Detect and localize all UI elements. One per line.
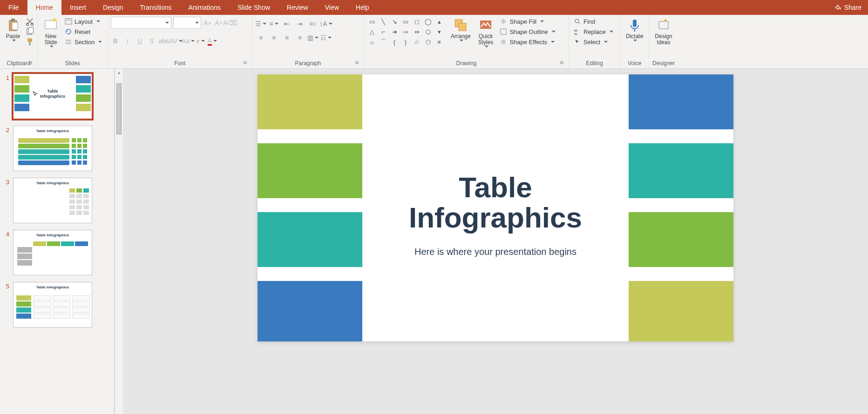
thumbnail-slide-4[interactable]: Table Infographics [13, 230, 92, 275]
smartart-button[interactable]: ☷ [320, 33, 332, 43]
shape-sun[interactable]: ☼ [367, 37, 377, 47]
gallery-up[interactable]: ▴ [434, 17, 444, 26]
shape-rounded[interactable]: ◻ [412, 17, 422, 26]
tab-insert[interactable]: Insert [61, 0, 95, 15]
shape-rect[interactable]: ▭ [400, 17, 411, 26]
shape-outline-button[interactable]: Shape Outline [498, 27, 558, 36]
shape-callout[interactable]: ⬠ [423, 37, 433, 47]
shape-arrow-right[interactable]: ➜ [389, 27, 400, 36]
tab-transitions[interactable]: Transitions [132, 0, 180, 15]
align-right-button[interactable]: ≡ [281, 33, 292, 43]
font-name-select[interactable] [111, 17, 171, 29]
tab-file[interactable]: File [0, 0, 27, 15]
underline-button[interactable]: U [135, 36, 144, 46]
char-spacing-button[interactable]: AV [171, 36, 181, 46]
shape-triangle[interactable]: △ [367, 27, 377, 36]
quick-styles-button[interactable]: Quick Styles [475, 17, 496, 48]
text-direction-button[interactable]: ↕A [320, 19, 332, 29]
thumbnails-scrollbar[interactable]: ▴ [115, 69, 123, 414]
italic-button[interactable]: I [123, 36, 132, 46]
tab-animations[interactable]: Animations [180, 0, 229, 15]
shape-arrow-line[interactable]: ↘ [389, 17, 400, 26]
gallery-down[interactable]: ▾ [434, 27, 444, 36]
drawing-dialog-launcher[interactable]: ⧉ [558, 60, 565, 67]
change-case-button[interactable]: Aa [183, 36, 193, 46]
bold-button[interactable]: B [111, 36, 120, 46]
shapes-gallery[interactable]: ▭ ╲ ↘ ▭ ◻ ◯ ▴ △ ⌐ ➜ ⇨ ⇔ ⬡ ▾ ☼ ⌒ { } ☆ ⬠ [367, 17, 446, 47]
clear-formatting-button[interactable]: A⌫ [225, 18, 235, 27]
share-icon [834, 4, 841, 11]
svg-rect-18 [480, 20, 491, 29]
cut-button[interactable] [25, 17, 34, 26]
find-button[interactable]: Find [572, 17, 615, 26]
design-ideas-button[interactable]: Design Ideas [652, 17, 675, 47]
replace-button[interactable]: abacReplace [572, 27, 615, 36]
thumbnail-slide-1[interactable]: Table Infographics [13, 73, 92, 119]
columns-button[interactable]: ▥ [307, 33, 319, 43]
shape-line[interactable]: ╲ [378, 17, 388, 26]
outline-icon [500, 28, 507, 35]
increase-indent-button[interactable]: ⇥ [294, 19, 305, 29]
layout-button[interactable]: Layout [63, 17, 105, 26]
dictate-button[interactable]: Dictate [623, 17, 646, 42]
shape-textbox[interactable]: ▭ [367, 17, 377, 26]
shape-hexagon[interactable]: ⬡ [423, 27, 433, 36]
scrollbar-thumb[interactable] [116, 83, 122, 134]
tab-slideshow[interactable]: Slide Show [229, 0, 278, 15]
shape-arrow-double[interactable]: ⇔ [412, 27, 422, 36]
share-button[interactable]: Share [827, 0, 868, 15]
decrease-font-button[interactable]: A▼ [214, 18, 224, 27]
slide-canvas-area[interactable]: Table Infographics Here is where your pr… [123, 69, 868, 414]
arrange-button[interactable]: Arrange [448, 17, 474, 42]
slide-title[interactable]: Table Infographics [409, 172, 582, 233]
thumbnail-slide-2[interactable]: Table Infographics [13, 126, 92, 171]
slide-thumbnails-pane[interactable]: 1 Table Infographics 2 Table Infographic… [0, 69, 115, 414]
scrollbar-up[interactable]: ▴ [115, 69, 123, 75]
font-size-select[interactable] [173, 17, 201, 29]
copy-button[interactable] [25, 27, 34, 36]
cursor-icon [32, 91, 39, 97]
shape-brace-l[interactable]: { [389, 37, 400, 47]
shape-connector[interactable]: ⌐ [378, 27, 388, 36]
strike-button[interactable]: abc [159, 36, 169, 46]
shape-brace-r[interactable]: } [400, 37, 411, 47]
tab-help[interactable]: Help [347, 0, 378, 15]
highlight-button[interactable] [196, 36, 205, 46]
svg-point-21 [575, 19, 579, 23]
decrease-indent-button[interactable]: ⇤ [281, 19, 292, 29]
shape-fill-button[interactable]: Shape Fill [498, 17, 558, 26]
bullets-button[interactable]: ☰ [255, 19, 266, 29]
svg-text:ac: ac [574, 32, 578, 35]
shape-arrow-block[interactable]: ⇨ [400, 27, 411, 36]
shape-oval[interactable]: ◯ [423, 17, 433, 26]
numbering-button[interactable]: ≡ [268, 19, 279, 29]
thumbnail-slide-3[interactable]: Table Infographics [13, 178, 92, 223]
select-button[interactable]: Select [572, 37, 615, 47]
paragraph-dialog-launcher[interactable]: ⧉ [353, 60, 360, 67]
increase-font-button[interactable]: A▲ [203, 18, 212, 27]
thumbnail-slide-5[interactable]: Table Infographics [13, 282, 92, 327]
line-spacing-button[interactable]: ≡↕ [307, 19, 319, 29]
align-center-button[interactable]: ≡ [268, 33, 279, 43]
slide-subtitle[interactable]: Here is where your presentation begins [414, 247, 576, 257]
new-slide-button[interactable]: New Slide [41, 17, 61, 48]
align-left-button[interactable]: ≡ [255, 33, 266, 43]
format-painter-button[interactable] [25, 37, 34, 47]
shape-effects-button[interactable]: Shape Effects [498, 37, 558, 47]
tab-home[interactable]: Home [27, 0, 61, 15]
tab-review[interactable]: Review [278, 0, 317, 15]
font-dialog-launcher[interactable]: ⧉ [242, 60, 248, 67]
clipboard-dialog-launcher[interactable]: ⧉ [27, 60, 34, 67]
gallery-more[interactable]: ≡ [434, 37, 444, 47]
reset-button[interactable]: Reset [63, 27, 105, 36]
shape-star[interactable]: ☆ [412, 37, 422, 47]
tab-view[interactable]: View [317, 0, 347, 15]
shape-arc[interactable]: ⌒ [378, 37, 388, 47]
tab-design[interactable]: Design [95, 0, 132, 15]
font-color-button[interactable]: A [208, 36, 217, 46]
shadow-button[interactable]: S [147, 36, 156, 46]
justify-button[interactable]: ≡ [294, 33, 305, 43]
paste-button[interactable]: Paste [3, 17, 23, 42]
slide-1[interactable]: Table Infographics Here is where your pr… [258, 74, 733, 341]
section-button[interactable]: Section [63, 37, 105, 47]
